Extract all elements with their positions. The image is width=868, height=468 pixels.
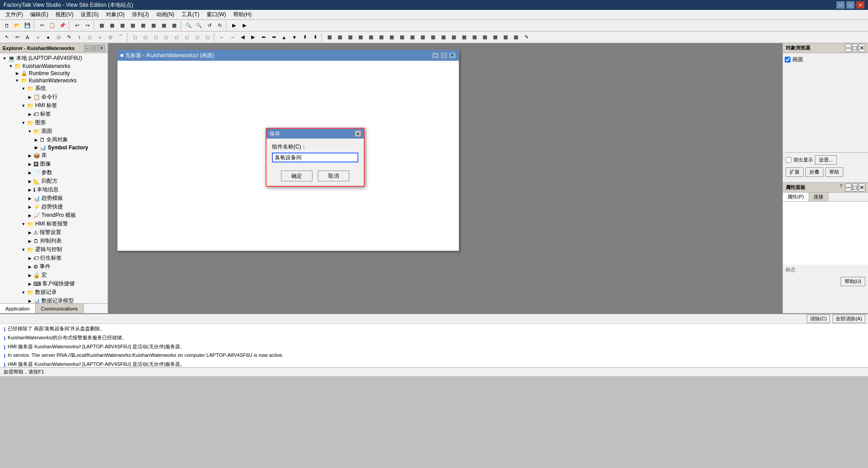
- tb-b1[interactable]: ▦: [97, 21, 107, 31]
- tree-expander-3[interactable]: ▼: [14, 78, 21, 83]
- tb-refresh[interactable]: ↺: [204, 21, 214, 31]
- tree-item-18[interactable]: ▶⚡ 趋势快捷: [1, 202, 107, 211]
- tree-item-19[interactable]: ▶📈 TrendPro 模板: [1, 211, 107, 220]
- tree-item-26[interactable]: ▶🔒 宏: [1, 271, 107, 279]
- tree-expander-26[interactable]: ▶: [26, 273, 33, 278]
- dialog-ok-button[interactable]: 确定: [281, 171, 312, 181]
- tree-expander-23[interactable]: ▼: [20, 248, 27, 252]
- tree-expander-12[interactable]: ▶: [26, 153, 33, 158]
- tb-copy[interactable]: 📋: [47, 21, 57, 31]
- screen-checkbox[interactable]: [785, 57, 791, 63]
- explorer-maximize[interactable]: □: [91, 45, 98, 51]
- tb-undo[interactable]: ↩: [72, 21, 82, 31]
- draw-b4[interactable]: □: [161, 32, 171, 42]
- tb-cut[interactable]: ✂: [37, 21, 47, 31]
- draw-b6[interactable]: □: [182, 32, 192, 42]
- tree-item-27[interactable]: ▶⌨ 客户端快捷键: [1, 279, 107, 288]
- draw-left2[interactable]: ◀: [238, 32, 248, 42]
- menu-object[interactable]: 对象(O): [102, 10, 128, 19]
- tree-item-2[interactable]: ▶🔒 Runtime Security: [1, 70, 107, 77]
- tree-item-28[interactable]: ▼📁 数据记录: [1, 288, 107, 297]
- menu-edit[interactable]: 编辑(E): [27, 10, 52, 19]
- draw-c8[interactable]: ▦: [397, 32, 407, 42]
- draw-b3[interactable]: □: [151, 32, 161, 42]
- tb-run[interactable]: ▶: [229, 21, 239, 31]
- collapse-button[interactable]: 折叠: [805, 167, 823, 177]
- draw-c20[interactable]: ✎: [521, 32, 531, 42]
- tree-expander-8[interactable]: ▼: [20, 121, 27, 125]
- draw-c4[interactable]: ▦: [356, 32, 366, 42]
- draw-b8[interactable]: □: [203, 32, 212, 42]
- tree-expander-15[interactable]: ▶: [26, 179, 33, 184]
- maximize-button[interactable]: □: [846, 1, 854, 9]
- tree-item-6[interactable]: ▼📁 HMI 标签: [1, 101, 107, 110]
- tab-communications[interactable]: Communications: [36, 304, 84, 313]
- tb-b2[interactable]: ▦: [107, 21, 117, 31]
- tree-item-11[interactable]: ▶📊 Symbol Factory: [1, 144, 107, 151]
- tb-zoom-in[interactable]: 🔍: [194, 21, 204, 31]
- tree-item-22[interactable]: ▶🗒 抑制列表: [1, 237, 107, 245]
- tree-expander-28[interactable]: ▼: [20, 290, 27, 295]
- draw-b2[interactable]: □: [140, 32, 150, 42]
- help-button-top[interactable]: 帮助: [825, 167, 843, 177]
- draw-line[interactable]: \: [74, 32, 84, 42]
- draw-text[interactable]: A: [23, 32, 32, 42]
- tree-item-13[interactable]: ▶🖼 图像: [1, 160, 107, 168]
- draw-c12[interactable]: ▦: [439, 32, 448, 42]
- tree-expander-27[interactable]: ▶: [26, 282, 33, 286]
- tb-b7[interactable]: ▦: [159, 21, 169, 31]
- explorer-minimize[interactable]: ─: [84, 45, 90, 51]
- menu-settings[interactable]: 设置(S): [77, 10, 102, 19]
- clear-all-button[interactable]: 全部清除(A): [832, 315, 865, 323]
- tree-item-4[interactable]: ▼📁 系统: [1, 84, 107, 93]
- tree-expander-20[interactable]: ▼: [20, 222, 27, 226]
- menu-window[interactable]: 窗口(W): [203, 10, 230, 19]
- close-button[interactable]: ✕: [856, 1, 864, 9]
- draw-undo[interactable]: ↩: [12, 32, 22, 42]
- clear-button[interactable]: 清除(C): [807, 315, 830, 323]
- draw-pen[interactable]: ✎: [64, 32, 74, 42]
- draw-right2[interactable]: ▶: [248, 32, 258, 42]
- attr-panel-maximize[interactable]: □: [852, 183, 858, 192]
- draw-b1[interactable]: □: [130, 32, 140, 42]
- draw-shape[interactable]: ◇: [105, 32, 115, 42]
- draw-right[interactable]: →: [227, 32, 237, 42]
- tb-b4[interactable]: ▦: [128, 21, 138, 31]
- tree-item-5[interactable]: ▶📋 命令行: [1, 93, 107, 101]
- expand-button[interactable]: 扩展: [786, 167, 804, 177]
- tree-expander-1[interactable]: ▼: [7, 64, 14, 68]
- tree-expander-2[interactable]: ▶: [14, 71, 21, 76]
- draw-rect[interactable]: □: [85, 32, 95, 42]
- tree-expander-9[interactable]: ▼: [26, 129, 33, 134]
- tree-expander-0[interactable]: ▼: [1, 56, 8, 61]
- tree-expander-7[interactable]: ▶: [26, 112, 33, 117]
- draw-oval2[interactable]: ○: [95, 32, 105, 42]
- tree-item-12[interactable]: ▶📦 库: [1, 151, 107, 160]
- tb-save[interactable]: 💾: [23, 21, 32, 31]
- tree-item-16[interactable]: ▶ℹ 本地信息: [1, 185, 107, 194]
- tb-open[interactable]: 📂: [12, 21, 22, 31]
- draw-down2[interactable]: ⬇: [310, 32, 320, 42]
- tree-expander-25[interactable]: ▶: [26, 265, 33, 269]
- tree-item-21[interactable]: ▶⚠ 报警设置: [1, 228, 107, 237]
- tree-expander-4[interactable]: ▼: [20, 86, 27, 91]
- tree-expander-6[interactable]: ▼: [20, 104, 27, 108]
- tree-item-0[interactable]: ▼💻 本地 (LAPTOP-A8V4SF6U): [1, 54, 107, 63]
- draw-down[interactable]: ▼: [289, 32, 299, 42]
- tree-expander-22[interactable]: ▶: [26, 239, 33, 243]
- draw-up[interactable]: ▲: [279, 32, 289, 42]
- dialog-component-name-input[interactable]: [272, 153, 358, 162]
- draw-c16[interactable]: ▦: [480, 32, 490, 42]
- tb-b8[interactable]: ▦: [169, 21, 179, 31]
- tree-expander-16[interactable]: ▶: [26, 188, 33, 192]
- draw-c19[interactable]: ▦: [511, 32, 521, 42]
- obj-browser-close[interactable]: ✕: [859, 44, 865, 52]
- tb-zoom-out[interactable]: 🔍: [184, 21, 194, 31]
- draw-c7[interactable]: ▦: [387, 32, 397, 42]
- attr-panel-close[interactable]: ✕: [859, 183, 865, 192]
- draw-arc[interactable]: ⌒: [116, 32, 126, 42]
- tb-new[interactable]: 🗒: [2, 21, 12, 31]
- tb-paste[interactable]: 📌: [58, 21, 68, 31]
- tree-expander-11[interactable]: ▶: [32, 145, 40, 150]
- attr-tab-connection[interactable]: 连接: [809, 193, 828, 201]
